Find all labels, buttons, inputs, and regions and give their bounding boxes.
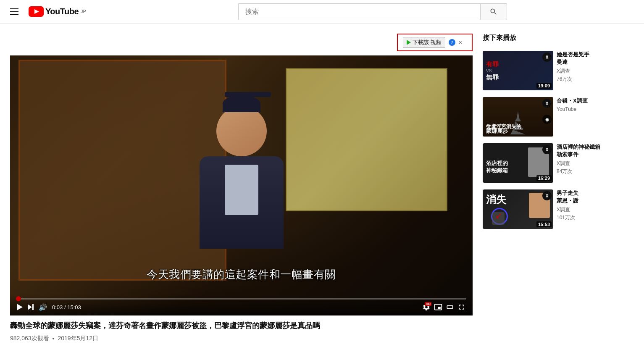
view-count: 982,063次觀看: [10, 335, 49, 342]
video-subtitles: 今天我們要講的這起案件和一幅畫有關: [147, 267, 336, 282]
sidebar-views-1: 76万次: [557, 76, 634, 83]
download-badge[interactable]: 2: [449, 39, 455, 46]
header-left: YouTube JP: [7, 5, 108, 18]
sidebar-video-item[interactable]: 從盧浮宮消失的 蒙娜麗莎 X ◉ 合辑・X調査 YouTube: [483, 97, 634, 137]
presenter-hat: [223, 95, 260, 112]
skip-button[interactable]: [28, 304, 34, 310]
time-total: 15:03: [67, 304, 81, 310]
volume-icon: 🔊: [39, 303, 47, 311]
miniplayer-button[interactable]: [434, 303, 442, 311]
hamburger-line: [10, 14, 18, 15]
thumb-vs-text: VS: [486, 68, 550, 73]
meta-separator: •: [53, 335, 55, 342]
skip-icon: [28, 304, 34, 310]
theater-icon: [446, 303, 454, 311]
thumb-channel-badge-3: X: [542, 145, 552, 154]
svg-marker-2: [516, 111, 520, 120]
svg-rect-3: [515, 120, 520, 121]
thumb-duration-4: 15:53: [536, 221, 552, 227]
svg-marker-6: [510, 130, 526, 134]
download-toolbar: 下載該 視頻 2 ×: [10, 34, 473, 54]
sidebar-video-title-2: 合辑・X調査: [557, 97, 634, 105]
presenter-head: [216, 106, 267, 156]
sidebar: 接下來播放 有罪 VS 無罪 X 19:09 她是否是兇手曼達 X調查 76万次: [483, 34, 634, 346]
thumb-disappear-text: 消失: [486, 193, 506, 206]
progress-bar[interactable]: [17, 298, 466, 300]
sidebar-channel-3: X調查: [557, 160, 634, 167]
thumb-guilty-text: 有罪: [486, 60, 550, 68]
sidebar-thumb-3: 酒店裡的神秘鐵箱 X 16:29: [483, 143, 553, 183]
search-button[interactable]: [480, 3, 507, 20]
download-box: 下載該 視頻 2 ×: [397, 34, 473, 51]
thumb-duration-3: 16:29: [536, 175, 552, 181]
progress-dot: [16, 296, 21, 301]
download-label: 下載該 視頻: [413, 39, 442, 46]
sidebar-thumb-4: 消失 ↙ X 15:53: [483, 189, 553, 229]
theater-button[interactable]: [446, 303, 454, 311]
presenter-shirt: [225, 165, 258, 215]
thumb-duration-1: 19:09: [536, 83, 552, 89]
header-center: [108, 3, 637, 20]
sidebar-channel-2: YouTube: [557, 106, 634, 112]
time-current: 0:03: [52, 304, 63, 310]
youtube-logo[interactable]: YouTube JP: [29, 6, 86, 17]
sidebar-video-title-3: 酒店裡的神秘鐵箱勒索事件: [557, 143, 634, 158]
presenter-figure: [174, 106, 309, 266]
sidebar-channel-1: X調查: [557, 68, 634, 75]
thumb-channel-badge-4: X: [542, 191, 552, 200]
thumb-channel-badge-1: X: [542, 53, 552, 62]
sidebar-channel-4: X調查: [557, 206, 634, 213]
sidebar-video-item[interactable]: 酒店裡的神秘鐵箱 X 16:29 酒店裡的神秘鐵箱勒索事件 X調查 84万次: [483, 143, 634, 183]
fullscreen-icon: [457, 303, 466, 311]
map-background: [286, 68, 447, 211]
presenter-hat-brim: [225, 92, 271, 97]
play-button[interactable]: [17, 304, 23, 310]
video-meta: 982,063次觀看 • 2019年5月12日: [10, 335, 473, 342]
sidebar-video-info-2: 合辑・X調査 YouTube: [557, 97, 634, 137]
skip-bar: [32, 304, 34, 310]
presenter-body: [200, 156, 284, 249]
hamburger-menu-button[interactable]: [7, 5, 22, 18]
search-bar: [238, 3, 507, 20]
youtube-logo-icon: [29, 6, 44, 17]
sidebar-video-item[interactable]: 消失 ↙ X 15:53 男子走失萊恩・謝 X調查 101万次: [483, 189, 634, 229]
header: YouTube JP: [0, 0, 644, 24]
thumb-channel-badge-2: X: [542, 99, 552, 108]
time-display: 0:03 / 15:03: [52, 304, 81, 310]
thumb-notguilty-text: 無罪: [486, 73, 550, 81]
search-input[interactable]: [238, 3, 480, 20]
sidebar-video-title-1: 她是否是兇手曼達: [557, 51, 634, 66]
volume-button[interactable]: 🔊: [39, 303, 47, 311]
sidebar-header: 接下來播放: [483, 34, 634, 46]
settings-button[interactable]: HD: [422, 303, 431, 311]
main-content: 下載該 視頻 2 ×: [0, 24, 644, 346]
sidebar-video-item[interactable]: 有罪 VS 無罪 X 19:09 她是否是兇手曼達 X調查 76万次: [483, 51, 634, 90]
sidebar-thumb-1: 有罪 VS 無罪 X 19:09: [483, 51, 553, 90]
sidebar-video-info-1: 她是否是兇手曼達 X調查 76万次: [557, 51, 634, 90]
download-play-icon: [407, 40, 411, 45]
play-icon: [17, 304, 23, 310]
search-icon: [489, 8, 498, 16]
download-close-button[interactable]: ×: [459, 39, 462, 45]
skip-triangle: [28, 304, 32, 310]
publish-date: 2019年5月12日: [58, 335, 99, 342]
hamburger-line: [10, 8, 18, 9]
video-controls: 🔊 0:03 / 15:03 HD: [10, 294, 473, 315]
eiffel-tower-icon: [510, 111, 526, 134]
video-section: 下載該 視頻 2 ×: [10, 34, 473, 346]
video-title: 轟動全球的蒙娜麗莎失竊案，達芬奇著名畫作蒙娜麗莎被盜，巴黎盧浮宮的蒙娜麗莎是真品…: [10, 321, 473, 331]
thumb-mona-text: 蒙娜麗莎: [486, 127, 508, 135]
sidebar-thumb-2: 從盧浮宮消失的 蒙娜麗莎 X ◉: [483, 97, 553, 137]
sidebar-video-title-4: 男子走失萊恩・謝: [557, 189, 634, 205]
video-thumbnail: 今天我們要講的這起案件和一幅畫有關: [10, 55, 473, 315]
thumb-arrow-icon: ↙: [495, 210, 502, 221]
controls-right: HD: [422, 303, 466, 311]
download-button[interactable]: 下載該 視頻: [403, 37, 445, 48]
logo-locale: JP: [81, 9, 86, 14]
video-player[interactable]: 今天我們要講的這起案件和一幅畫有關: [10, 55, 473, 315]
video-info: 轟動全球的蒙娜麗莎失竊案，達芬奇著名畫作蒙娜麗莎被盜，巴黎盧浮宮的蒙娜麗莎是真品…: [10, 315, 473, 345]
thumb-hotel-text: 酒店裡的神秘鐵箱: [486, 160, 508, 174]
fullscreen-button[interactable]: [457, 303, 466, 311]
sidebar-views-3: 84万次: [557, 168, 634, 175]
logo-text: YouTube: [45, 7, 79, 16]
